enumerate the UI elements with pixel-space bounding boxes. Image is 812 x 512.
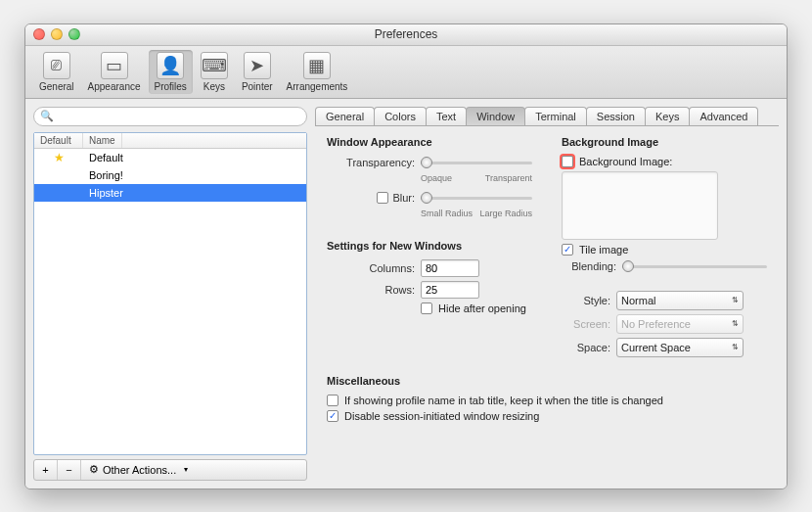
hide-label: Hide after opening: [438, 303, 526, 314]
space-select[interactable]: Current Space⇅: [616, 338, 744, 357]
rows-label: Rows:: [327, 284, 415, 296]
toolbar-keys[interactable]: ⌨Keys: [195, 50, 234, 94]
list-item[interactable]: ★Default: [34, 149, 306, 166]
disable-resize-checkbox[interactable]: ✓: [327, 410, 338, 422]
chevron-updown-icon: ⇅: [732, 296, 739, 304]
tab-advanced[interactable]: Advanced: [689, 107, 758, 125]
keep-title-label: If showing profile name in tab title, ke…: [344, 395, 663, 406]
tab-terminal[interactable]: Terminal: [524, 107, 587, 125]
tab-bar: General Colors Text Window Terminal Sess…: [315, 107, 779, 126]
toolbar-general[interactable]: ⎚General: [33, 50, 80, 94]
gear-icon: ⚙: [89, 463, 99, 476]
transparency-slider[interactable]: [421, 156, 532, 169]
titlebar[interactable]: Preferences: [25, 24, 787, 46]
list-item[interactable]: Hipster: [34, 184, 306, 202]
search-input[interactable]: 🔍: [33, 107, 307, 126]
chevron-updown-icon: ⇅: [732, 319, 739, 328]
style-label: Style:: [562, 295, 610, 306]
blending-label: Blending:: [562, 260, 616, 272]
transparency-label: Transparency:: [327, 157, 415, 168]
window-icon: ▭: [101, 52, 128, 79]
tab-window[interactable]: Window: [466, 107, 525, 125]
pointer-icon: ➤: [244, 52, 271, 79]
slider-icon: ⎚: [43, 52, 70, 79]
style-select[interactable]: Normal⇅: [616, 291, 744, 310]
main-pane: General Colors Text Window Terminal Sess…: [315, 107, 779, 481]
screen-select: No Preference⇅: [616, 314, 744, 334]
chevron-updown-icon: ⇅: [732, 343, 739, 351]
person-icon: 👤: [157, 52, 184, 79]
rows-field[interactable]: [421, 281, 479, 299]
disable-resize-label: Disable session-initiated window resizin…: [344, 410, 539, 422]
list-item[interactable]: Boring!: [34, 166, 306, 184]
tab-keys[interactable]: Keys: [645, 107, 690, 125]
tab-text[interactable]: Text: [426, 107, 467, 125]
section-appearance: Window Appearance: [327, 136, 532, 148]
star-icon: ★: [54, 151, 65, 164]
columns-label: Columns:: [327, 262, 415, 274]
columns-field[interactable]: [421, 259, 479, 277]
preferences-window: Preferences ⎚General ▭Appearance 👤Profil…: [24, 23, 788, 489]
section-new-windows: Settings for New Windows: [327, 240, 532, 252]
profiles-sidebar: 🔍 Default Name ★Default Boring! Hipster …: [33, 107, 307, 481]
search-icon: 🔍: [40, 110, 54, 122]
toolbar-profiles[interactable]: 👤Profiles: [149, 50, 193, 94]
hide-checkbox[interactable]: [421, 303, 432, 314]
screen-label: Screen:: [562, 318, 610, 330]
keyboard-icon: ⌨: [201, 52, 228, 79]
tab-colors[interactable]: Colors: [374, 107, 427, 125]
toolbar-pointer[interactable]: ➤Pointer: [236, 50, 279, 94]
remove-button[interactable]: −: [58, 460, 81, 480]
keep-title-checkbox[interactable]: [327, 395, 338, 406]
space-label: Space:: [562, 342, 610, 353]
bg-image-checkbox[interactable]: [562, 156, 573, 167]
section-misc: Miscellaneous: [327, 375, 767, 387]
other-actions-select[interactable]: ⚙Other Actions...▾: [81, 463, 196, 476]
tile-label: Tile image: [579, 244, 628, 256]
grid-icon: ▦: [303, 52, 331, 79]
bg-image-label: Background Image:: [579, 156, 672, 167]
section-bg: Background Image: [562, 136, 767, 148]
blending-slider[interactable]: [622, 259, 767, 273]
blur-checkbox[interactable]: [377, 192, 388, 204]
profiles-list[interactable]: Default Name ★Default Boring! Hipster: [33, 132, 307, 455]
tab-session[interactable]: Session: [586, 107, 646, 125]
list-header: Default Name: [34, 133, 306, 149]
tile-checkbox[interactable]: ✓: [562, 244, 573, 256]
blur-slider[interactable]: [421, 191, 532, 205]
chevron-down-icon: ▾: [184, 465, 188, 474]
toolbar: ⎚General ▭Appearance 👤Profiles ⌨Keys ➤Po…: [25, 46, 787, 99]
add-button[interactable]: +: [34, 460, 58, 480]
toolbar-appearance[interactable]: ▭Appearance: [82, 50, 147, 94]
window-title: Preferences: [25, 27, 787, 41]
tab-general[interactable]: General: [315, 107, 375, 125]
bg-image-well[interactable]: [562, 171, 718, 240]
toolbar-arrangements[interactable]: ▦Arrangements: [281, 50, 354, 94]
list-footer: + − ⚙Other Actions...▾: [33, 459, 307, 481]
blur-label: Blur:: [392, 192, 415, 204]
